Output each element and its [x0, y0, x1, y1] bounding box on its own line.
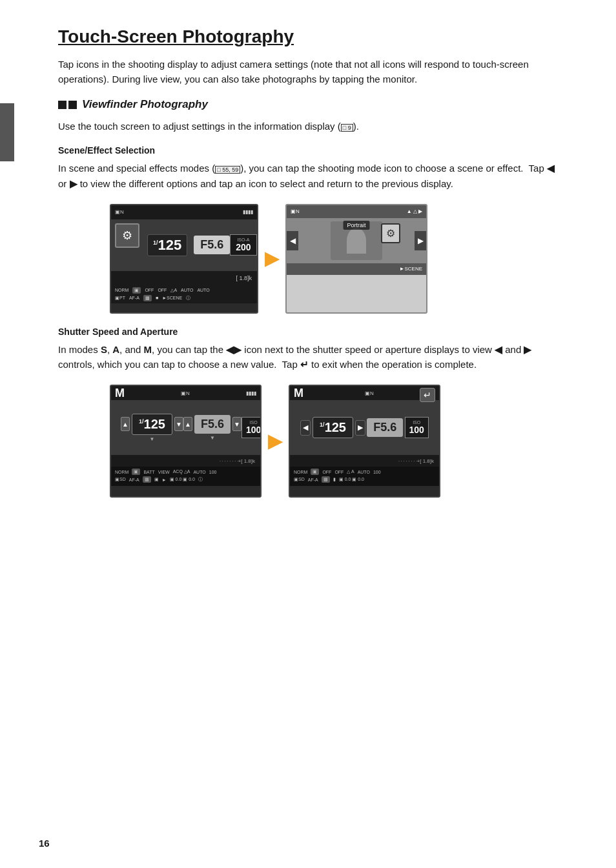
m1-dot-line: · · · · · · · ·+	[220, 459, 241, 463]
scene-portrait-area: ◀ Portrait ⚙ ▶	[287, 218, 426, 263]
cam1-bottom-bar: NORM ▣ OFF OFF △A AUTO AUTO ▣PT AF-A ▩ ■…	[111, 285, 257, 303]
scene-top-bar: ▣N ▲ △ ▶	[287, 205, 426, 218]
m2-aperture-group: F5.6	[367, 418, 403, 437]
m2-off2: OFF	[334, 470, 344, 474]
m1-b2: ▩	[143, 476, 151, 483]
m1-arrow-down-box: ▼	[174, 417, 183, 431]
m1-ev: [ 1.8]k	[241, 458, 255, 464]
scene-top-icons: ▲ △ ▶	[407, 208, 422, 214]
m2-bar: ▮	[333, 477, 336, 482]
cam1-info: ⓘ	[186, 295, 190, 301]
m1-shutter-val: 1/125	[139, 417, 165, 432]
m1-aperture-val: F5.6	[201, 418, 224, 431]
cam1-scene-icon-box: ⚙	[115, 223, 139, 248]
section-squares	[58, 101, 77, 109]
m1-au1: AUTO	[193, 470, 205, 474]
m2-mode-label: M	[294, 387, 303, 400]
cam1-main-area: ⚙ 1/125 F5.6 ISO-A 200	[111, 219, 257, 271]
cam1-badge1: ▣	[132, 287, 141, 294]
scene-effect-heading: Scene/Effect Selection	[58, 145, 564, 156]
m1-iso-value: 100	[246, 425, 261, 435]
scene-top-label: ▣N	[291, 208, 300, 214]
ref-icon-9: □ 9	[341, 124, 353, 132]
m1-aperture-group: ▲ F5.6 ▼ ▼	[183, 415, 241, 441]
shutter-aperture-body: In modes S, A, and M, you can tap the ◀▶…	[58, 342, 564, 372]
cam1-ev-bar: [ 1.8]k	[111, 271, 257, 285]
page: Touch-Screen Photography Tap icons in th…	[0, 0, 616, 868]
cam1-iso-box: ISO-A 200	[230, 234, 256, 256]
cam1-mode: ▣N	[115, 209, 124, 215]
scene-bottom-bar: ►SCENE	[287, 263, 426, 275]
mode-s: S	[101, 344, 107, 355]
cam1-icon1: ■	[156, 296, 158, 300]
m2-ev2: ▣ 0.0 ▣ 0.0	[339, 477, 364, 482]
square-icon-2	[68, 101, 77, 109]
m1-ap-arrow-down: ▼	[232, 417, 241, 431]
m1-cam: ▣	[154, 477, 159, 482]
m2-iso-box: ISO 100	[405, 417, 429, 438]
viewfinder-body: Use the touch screen to adjust settings …	[58, 119, 564, 134]
m1-bottom-row2: ▣SD AF-A ▩ ▣ ► ▣ 0.0 ▣ 0.0 ⓘ	[115, 476, 256, 483]
m1-mode-label: M	[115, 387, 125, 400]
cam1-shutter: 1/125	[147, 234, 187, 256]
scene-nav-right[interactable]: ▶	[415, 231, 426, 250]
m2-au2: 100	[373, 470, 381, 474]
page-number: 16	[39, 838, 50, 849]
m1-ap-arrow-up: ▲	[183, 417, 192, 431]
shutter-arrow: ▶	[268, 430, 282, 452]
shutter-aperture-heading: Shutter Speed and Aperture	[58, 327, 564, 337]
mode-m: M	[144, 344, 152, 355]
m1-iso-label: ISO	[246, 420, 261, 425]
cam1-bottom-row2: ▣PT AF-A ▩ ■ ►SCENE ⓘ	[115, 295, 253, 301]
scene-effect-body: In scene and special effects modes (□ 55…	[58, 161, 564, 191]
scene-bottom-text: ►SCENE	[400, 266, 422, 272]
m1-aperture-box: F5.6	[194, 415, 231, 434]
m1-shutter-box: 1/125	[132, 414, 172, 435]
cam1-norm: NORM	[115, 288, 128, 292]
m2-dot-line: · · · · · · · ·+	[398, 459, 420, 463]
m2-shutter-box: 1/125	[313, 417, 353, 438]
m1-au2: 100	[209, 470, 217, 474]
cam1-off1: OFF	[145, 288, 154, 292]
m2-iso-label: ISO	[409, 420, 424, 425]
m2-bottom-row1: NORM ▣ OFF OFF △ A AUTO 100	[294, 469, 435, 475]
intro-text: Tap icons in the shooting display to adj…	[58, 57, 564, 87]
m2-afa: AF-A	[308, 478, 318, 482]
cam1-battery: ▮▮▮▮	[243, 209, 253, 215]
cam1-top-bar: ▣N ▮▮▮▮	[111, 205, 257, 219]
m2-b1: ▣	[311, 469, 319, 475]
m1-iso-box: ISO 100	[241, 417, 262, 438]
m2-shutter-row: ◀ 1/125 ▶	[300, 417, 365, 438]
shutter-images-row: M ▣N ▮▮▮▮ ▲ 1/125 ▼ ▼ ▲	[110, 385, 564, 498]
scene-icon-box: ⚙	[381, 223, 400, 243]
m2-undo-icon: ↵	[420, 388, 435, 402]
m2-iso-value: 100	[409, 425, 424, 435]
m2-main: ◀ 1/125 ▶ F5.6 ISO 100	[290, 400, 439, 455]
scene-nav-left[interactable]: ◀	[287, 231, 298, 250]
m2-left-arrow: ◀	[300, 420, 311, 436]
scene-arrow: ▶	[265, 248, 279, 269]
m2-b2: ▩	[322, 476, 330, 483]
m2-ev: [ 1.8]k	[420, 458, 434, 464]
cam1-cpt: ▣PT	[115, 296, 125, 301]
m1-sa: ACQ △A	[173, 469, 190, 474]
m1-afa: AF-A	[129, 478, 139, 482]
m1-off1: BATT	[143, 470, 154, 474]
m1-aperture-arrow: ▼	[210, 435, 215, 441]
m1-shutter-arrow: ▼	[149, 436, 154, 442]
m2-top-bar: M ▣N	[290, 386, 439, 400]
m1-norm: NORM	[115, 470, 128, 474]
m1-main: ▲ 1/125 ▼ ▼ ▲ F5.6 ▼	[111, 400, 260, 455]
cam1-bottom-row1: NORM ▣ OFF OFF △A AUTO AUTO	[115, 287, 253, 294]
mode-a: A	[112, 344, 119, 355]
m2-ev-row: · · · · · · · ·+ [ 1.8]k	[290, 455, 439, 467]
m1-top-bar: M ▣N ▮▮▮▮	[111, 386, 260, 400]
cam1-values-row: 1/125 F5.6	[147, 234, 230, 256]
m2-aperture-box: F5.6	[367, 418, 403, 437]
m1-csd: ▣SD	[115, 477, 126, 482]
m2-bottom: NORM ▣ OFF OFF △ A AUTO 100 ▣SD AF-A ▩ ▮…	[290, 467, 439, 486]
cam1-auto2: AUTO	[197, 288, 209, 292]
scene-portrait-label: Portrait	[343, 221, 369, 230]
scene-main-icon: ⚙	[386, 228, 395, 239]
m2-shutter-group: ◀ 1/125 ▶	[300, 417, 365, 438]
